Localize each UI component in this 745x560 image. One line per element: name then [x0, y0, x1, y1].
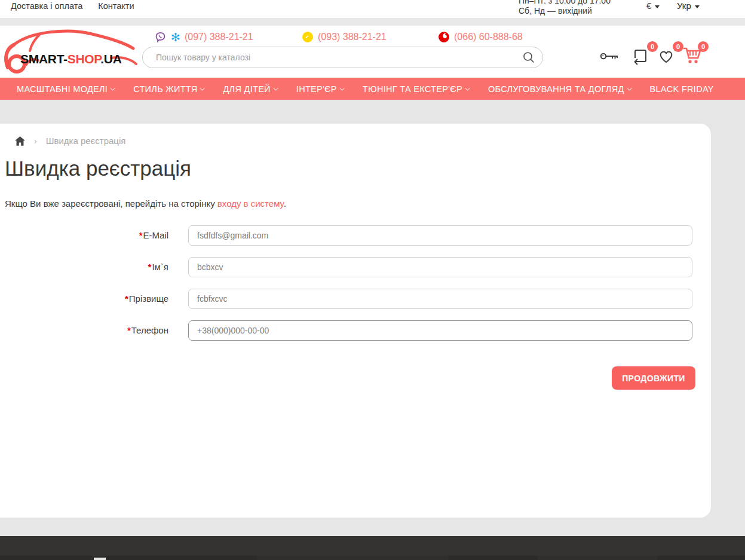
phone-number: (097) 388-21-21 — [185, 32, 253, 42]
nav-item-for-kids[interactable]: ДЛЯ ДІТЕЙ — [223, 84, 278, 94]
currency-value: € — [646, 0, 651, 12]
email-field[interactable] — [188, 225, 692, 246]
firstname-label: *Ім`я — [0, 257, 168, 277]
cart-count-badge: 0 — [698, 41, 709, 52]
viber-icon — [154, 31, 167, 44]
required-mark: * — [127, 325, 131, 335]
form-row-firstname: *Ім`я — [0, 257, 693, 277]
nav-item-lifestyle[interactable]: СТИЛЬ ЖИТТЯ — [133, 84, 205, 94]
vodafone-icon — [438, 31, 450, 43]
form-row-phone: *Телефон — [0, 320, 693, 341]
search-input[interactable] — [143, 47, 542, 68]
phone-1[interactable]: ✻ (097) 388-21-21 — [154, 29, 253, 45]
nav-item-tuning[interactable]: ТЮНІНГ ТА ЕКСТЕР'ЄР — [363, 84, 470, 94]
breadcrumb-home[interactable] — [15, 136, 25, 146]
currency-selector[interactable]: € — [646, 0, 660, 12]
footer-texture — [257, 556, 448, 560]
chevron-down-icon — [200, 85, 205, 90]
email-label: *E-Mail — [0, 225, 168, 246]
logo-text: SMART-SHOP.UA — [20, 52, 122, 66]
kyivstar-icon: ✻ — [171, 32, 180, 43]
chevron-down-icon — [111, 85, 115, 90]
topbar-links: Доставка і оплата Контакти — [11, 0, 134, 14]
phone-3[interactable]: (066) 60-888-68 — [438, 29, 523, 45]
schedule-line-2: Сб, Нд — вихідний — [519, 6, 611, 16]
phone-number: (066) 60-888-68 — [454, 32, 523, 42]
nav-item-maintenance[interactable]: ОБСЛУГОВУВАННЯ ТА ДОГЛЯД — [488, 84, 632, 94]
chevron-down-icon — [695, 5, 700, 8]
nav-item-scale-models[interactable]: МАСШТАБНІ МОДЕЛІ — [17, 84, 115, 94]
chevron-down-icon — [655, 5, 660, 8]
login-link[interactable]: входу в систему — [217, 198, 284, 209]
top-bar: Доставка і оплата Контакти Пн–Пт: з 10:0… — [0, 0, 745, 18]
chevron-down-icon — [273, 85, 278, 90]
content-card: › Швидка реєстрація Швидка реєстрація Як… — [0, 124, 711, 518]
footer — [0, 536, 745, 560]
required-mark: * — [148, 262, 152, 272]
form-row-email: *E-Mail — [0, 225, 693, 246]
work-schedule: Пн–Пт: з 10:00 до 17:00 Сб, Нд — вихідни… — [519, 0, 611, 16]
phone-2[interactable]: (093) 388-21-21 — [302, 29, 387, 45]
login-button[interactable] — [599, 45, 621, 67]
required-mark: * — [139, 230, 143, 240]
topbar-link-delivery[interactable]: Доставка і оплата — [11, 0, 82, 14]
compare-button[interactable]: 0 — [631, 45, 652, 67]
footer-texture — [538, 556, 657, 560]
search-icon — [522, 50, 536, 65]
language-selector[interactable]: Укр — [677, 0, 700, 12]
schedule-line-1: Пн–Пт: з 10:00 до 17:00 — [519, 0, 611, 6]
page-title: Швидка реєстрація — [5, 157, 191, 180]
phone-label: *Телефон — [0, 320, 168, 341]
breadcrumb: › Швидка реєстрація — [15, 136, 125, 146]
search-bar — [142, 47, 543, 68]
wishlist-button[interactable]: 0 — [657, 45, 678, 67]
login-hint: Якщо Ви вже зареєстровані, перейдіть на … — [5, 198, 286, 209]
key-icon — [599, 45, 621, 67]
breadcrumb-separator: › — [34, 136, 37, 146]
continue-button[interactable]: ПРОДОВЖИТИ — [612, 366, 695, 390]
firstname-field[interactable] — [188, 257, 692, 277]
lastname-label: *Прізвище — [0, 289, 168, 309]
cart-button[interactable]: 0 — [682, 45, 703, 67]
main-nav: МАСШТАБНІ МОДЕЛІ СТИЛЬ ЖИТТЯ ДЛЯ ДІТЕЙ І… — [0, 78, 745, 100]
nav-item-black-friday[interactable]: BLACK FRIDAY — [650, 84, 714, 94]
logo[interactable]: SMART-SHOP.UA — [2, 27, 139, 77]
header: SMART-SHOP.UA ✻ (097) 388-21-21 (093) 38… — [0, 26, 745, 78]
chevron-down-icon — [627, 85, 631, 90]
footer-partial-content — [94, 558, 106, 560]
form-row-lastname: *Прізвище — [0, 289, 693, 309]
chevron-down-icon — [465, 85, 470, 90]
topbar-divider — [0, 18, 745, 26]
chevron-down-icon — [339, 85, 344, 90]
required-mark: * — [125, 293, 128, 304]
language-value: Укр — [677, 0, 691, 12]
search-button[interactable] — [521, 50, 536, 66]
topbar-link-contacts[interactable]: Контакти — [98, 0, 134, 14]
home-icon — [15, 136, 25, 146]
lifecell-icon — [302, 31, 314, 43]
lastname-field[interactable] — [188, 289, 692, 309]
phone-number: (093) 388-21-21 — [318, 32, 387, 42]
nav-item-interior[interactable]: ІНТЕР'ЄР — [296, 84, 345, 94]
breadcrumb-current: Швидка реєстрація — [46, 136, 126, 146]
phone-field[interactable] — [188, 320, 692, 341]
